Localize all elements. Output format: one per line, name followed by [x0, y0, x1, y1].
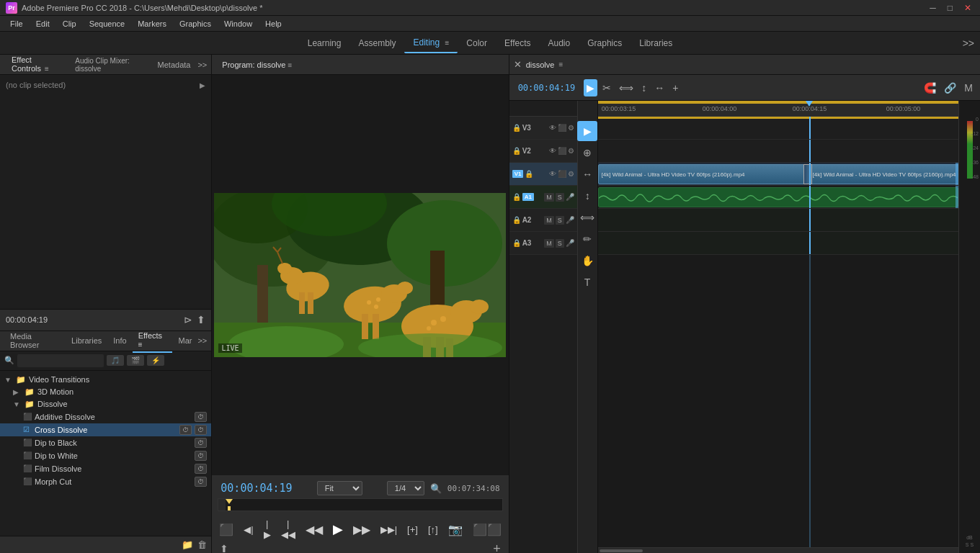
v2-settings-icon[interactable]: ⚙	[568, 147, 574, 155]
effects-new-folder-button[interactable]: 📁	[182, 539, 193, 550]
transport-camera-button[interactable]: 📷	[445, 520, 466, 539]
transition-marker[interactable]	[803, 164, 812, 184]
tab-libraries[interactable]: Libraries	[631, 34, 681, 53]
a1-mute-button[interactable]: M	[544, 193, 554, 202]
timeline-select-tool[interactable]: ▶	[584, 79, 597, 96]
menu-sequence[interactable]: Sequence	[84, 18, 131, 30]
export-button[interactable]: ⬆	[218, 541, 231, 553]
transport-rewind-button[interactable]: ◀◀	[303, 520, 326, 539]
effects-filter-preset-button[interactable]: ⚡	[147, 355, 164, 366]
tree-item-dip-to-white[interactable]: ⬛ Dip to White ⏱	[0, 449, 211, 462]
a3-mute-button[interactable]: M	[544, 239, 554, 248]
tab-effects[interactable]: Effects	[496, 34, 539, 53]
menu-window[interactable]: Window	[218, 18, 258, 30]
tool-zoom[interactable]: ⊕	[577, 143, 597, 163]
resolution-dropdown[interactable]: 1/4 1/2 Full	[387, 481, 424, 495]
transport-step-forward-button[interactable]: |▶	[261, 516, 274, 543]
timeline-current-time[interactable]: 00:00:04:19	[518, 83, 575, 93]
panel-more-button[interactable]: >>	[197, 60, 207, 69]
a3-mic-icon[interactable]: 🎤	[566, 239, 574, 247]
timeline-snap-button[interactable]: 🧲	[921, 79, 939, 96]
fit-dropdown[interactable]: Fit 25% 50% 75% 100%	[317, 481, 362, 495]
effects-filter-video-button[interactable]: 🎬	[127, 355, 144, 366]
v3-lock-icon[interactable]: 🔒	[512, 124, 521, 132]
menu-edit[interactable]: Edit	[30, 18, 55, 30]
a3-lock-icon[interactable]: 🔒	[512, 239, 521, 247]
effects-menu-icon[interactable]: ≡	[138, 341, 143, 349]
tool-text[interactable]: T	[577, 272, 597, 292]
transport-play-button[interactable]: ▶	[330, 518, 346, 540]
track-row-v1[interactable]: [4k] Wild Animal - Ultra HD Video TV 60f…	[598, 163, 958, 186]
effects-filter-audio-button[interactable]: 🎵	[107, 355, 124, 366]
menu-graphics[interactable]: Graphics	[174, 18, 217, 30]
transport-mark-clip-button[interactable]: [+]	[404, 521, 421, 538]
tab-editing[interactable]: Editing ≡	[404, 33, 458, 53]
a3-solo-button[interactable]: S	[556, 239, 564, 248]
tool-pen[interactable]: ✏	[577, 229, 597, 249]
v3-sync-icon[interactable]: ⬛	[558, 124, 566, 132]
v3-settings-icon[interactable]: ⚙	[568, 124, 574, 132]
tab-assembly[interactable]: Assembly	[349, 34, 404, 53]
a1-mic-icon[interactable]: 🎤	[566, 193, 574, 201]
a1-solo-button[interactable]: S	[556, 193, 564, 202]
effects-trash-button[interactable]: 🗑	[197, 539, 207, 550]
tab-audio-clip-mixer[interactable]: Audio Clip Mixer: dissolve	[68, 54, 150, 76]
timeline-menu-icon[interactable]: ≡	[558, 60, 563, 68]
timeline-linked-button[interactable]: 🔗	[941, 79, 959, 96]
tool-select[interactable]: ▶	[577, 121, 597, 141]
v2-sync-icon[interactable]: ⬛	[558, 147, 566, 155]
tab-libraries[interactable]: Libraries	[66, 333, 107, 348]
tool-ripple[interactable]: ↔	[577, 164, 597, 184]
tree-item-dip-to-black[interactable]: ⬛ Dip to Black ⏱	[0, 436, 211, 449]
program-current-time[interactable]: 00:00:04:19	[220, 482, 292, 495]
transport-go-to-out-button[interactable]: ▶▶|	[378, 521, 400, 538]
track-row-v3[interactable]	[598, 117, 958, 140]
menu-file[interactable]: File	[4, 18, 29, 30]
tab-effect-controls[interactable]: Effect Controls ≡	[4, 53, 68, 77]
transport-go-to-in-button[interactable]: |◀◀	[278, 516, 298, 543]
a2-solo-button[interactable]: S	[556, 216, 564, 225]
tree-item-morph-cut[interactable]: ⬛ Morph Cut ⏱	[0, 475, 211, 488]
menu-markers[interactable]: Markers	[132, 18, 172, 30]
transport-mark-in-button[interactable]: ⬛	[216, 520, 236, 539]
timeline-zoom-in-button[interactable]: +	[669, 79, 681, 96]
zoom-icon[interactable]: 🔍	[430, 483, 442, 494]
menu-help[interactable]: Help	[259, 18, 288, 30]
a2-mute-button[interactable]: M	[544, 216, 554, 225]
a2-mic-icon[interactable]: 🎤	[566, 216, 574, 224]
transport-export-frame-button[interactable]: ⬛⬛	[470, 520, 504, 539]
tree-item-dissolve[interactable]: ▼ 📁 Dissolve	[0, 398, 211, 410]
a1-lock-icon[interactable]: 🔒	[512, 193, 521, 201]
effects-search-input[interactable]	[17, 354, 104, 367]
scrollbar-thumb[interactable]	[600, 549, 643, 552]
tab-graphics[interactable]: Graphics	[579, 34, 631, 53]
add-track-button[interactable]: +	[491, 539, 503, 554]
v1-lock-icon[interactable]: 🔒	[525, 170, 533, 178]
tree-item-cross-dissolve[interactable]: ☑ Cross Dissolve ⏱ ⏱	[0, 423, 211, 436]
tab-info[interactable]: Info	[107, 333, 132, 348]
track-row-a1[interactable]	[598, 186, 958, 209]
close-button[interactable]: ✕	[961, 3, 974, 13]
program-timeline-ruler[interactable]	[218, 498, 502, 511]
timeline-add-marker-button[interactable]: M	[961, 79, 976, 96]
tab-effects[interactable]: Effects ≡	[133, 328, 173, 353]
tree-item-video-transitions[interactable]: ▼ 📁 Video Transitions	[0, 374, 211, 386]
track-row-a3[interactable]	[598, 232, 958, 255]
tab-color[interactable]: Color	[458, 34, 496, 53]
timeline-close-button[interactable]: ✕	[514, 59, 522, 70]
timeline-razor-tool[interactable]: ✂	[600, 79, 614, 96]
v1-clip-1[interactable]: [4k] Wild Animal - Ultra HD Video TV 60f…	[598, 164, 806, 184]
timeline-ripple-tool[interactable]: ⟺	[616, 79, 636, 96]
transport-step-back-button[interactable]: ◀|	[241, 521, 256, 538]
tree-item-3d-motion[interactable]: ▶ 📁 3D Motion	[0, 386, 211, 398]
timeline-slip-tool[interactable]: ↔	[651, 79, 667, 96]
tool-roll[interactable]: ↕	[577, 186, 597, 206]
window-controls[interactable]: ─ □ ✕	[927, 3, 974, 13]
v1-settings-icon[interactable]: ⚙	[568, 170, 574, 178]
a2-lock-icon[interactable]: 🔒	[512, 216, 521, 224]
tab-media-browser[interactable]: Media Browser	[4, 329, 66, 352]
effect-controls-menu-icon[interactable]: ≡	[45, 65, 49, 73]
v2-eye-icon[interactable]: 👁	[549, 147, 556, 155]
tab-program-monitor[interactable]: Program: dissolve ≡	[216, 58, 298, 72]
timeline-scrollbar[interactable]	[598, 547, 958, 553]
